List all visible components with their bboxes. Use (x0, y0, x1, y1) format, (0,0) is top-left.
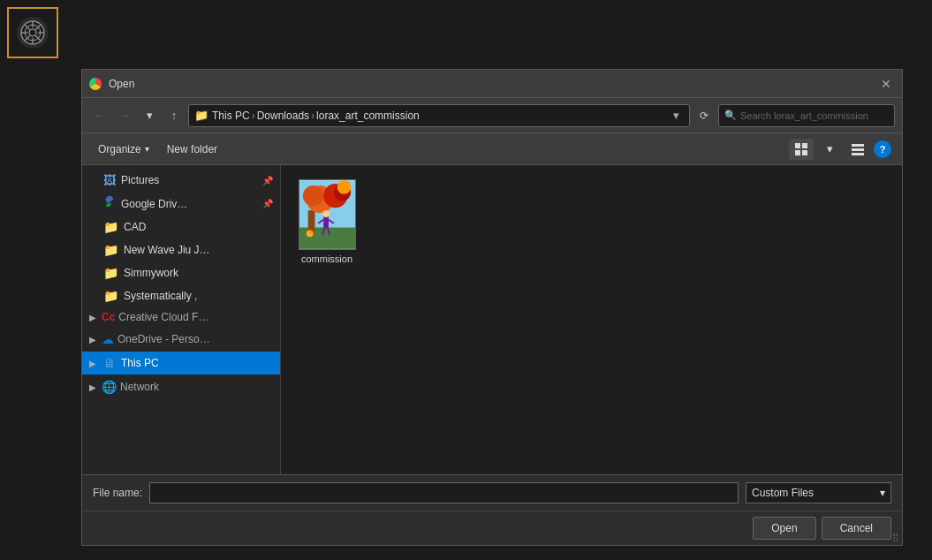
cancel-button[interactable]: Cancel (822, 517, 891, 540)
sidebar-item-pictures[interactable]: 🖼 Pictures 📌 (82, 169, 280, 192)
pin-icon-gdrive: 📌 (262, 199, 273, 208)
svg-rect-14 (802, 150, 807, 155)
help-button[interactable]: ? (874, 140, 891, 158)
cc-icon: Cc (102, 311, 115, 323)
section-network: ▶ 🌐 Network (82, 376, 280, 397)
sidebar-item-google-drive[interactable]: Google Driv… 📌 (82, 192, 280, 216)
file-area: commission (281, 165, 902, 474)
address-box[interactable]: 📁 This PC › Downloads › lorax_art_commis… (188, 104, 690, 127)
sidebar-header-onedrive[interactable]: ▶ ☁ OneDrive - Perso… (82, 329, 280, 350)
sidebar-label-cad: CAD (124, 221, 146, 233)
forward-button[interactable]: → (114, 105, 135, 126)
folder-icon-simmywork: 📁 (103, 266, 118, 280)
section-this-pc: ▶ 🖥 This PC (82, 352, 280, 375)
search-placeholder: Search lorax_art_commission (740, 110, 868, 121)
search-box[interactable]: 🔍 Search lorax_art_commission (718, 104, 895, 127)
organize-dropdown-icon: ▾ (145, 144, 149, 154)
view-list-icon (851, 142, 865, 156)
sidebar: 🖼 Pictures 📌 Google Driv… 📌 📁 CAD (82, 165, 281, 474)
expand-arrow-onedrive: ▶ (89, 335, 96, 344)
file-grid: commission (292, 176, 891, 268)
sidebar-label-systematically: Systematically , (124, 290, 197, 302)
content-area: 🖼 Pictures 📌 Google Driv… 📌 📁 CAD (82, 165, 902, 474)
close-button[interactable]: ✕ (877, 75, 895, 93)
chrome-icon (89, 78, 102, 90)
svg-rect-17 (852, 153, 864, 155)
sidebar-label-gdrive: Google Driv… (121, 198, 187, 210)
expand-arrow-cc: ▶ (89, 313, 96, 322)
svg-rect-26 (323, 216, 329, 229)
action-row: Open Cancel (82, 511, 902, 545)
up-button[interactable]: ↑ (163, 105, 185, 126)
sidebar-label-onedrive: OneDrive - Perso… (117, 333, 210, 345)
sidebar-label-network: Network (120, 381, 159, 393)
file-item-commission[interactable]: commission (292, 176, 362, 268)
expand-arrow-network: ▶ (89, 382, 96, 392)
svg-point-27 (322, 210, 330, 217)
sidebar-label-simmywork: Simmywork (124, 267, 178, 279)
refresh-button[interactable]: ⟳ (693, 105, 715, 126)
expand-arrow-this-pc: ▶ (89, 359, 96, 368)
section-creative-cloud: ▶ Cc Creative Cloud F… (82, 307, 280, 327)
toolbar-row: Organize ▾ New folder ▾ (82, 133, 902, 165)
folder-icon: 📁 (194, 109, 208, 122)
filetype-dropdown[interactable]: Custom Files ▾ (746, 482, 891, 503)
sidebar-label-this-pc: This PC (121, 357, 159, 369)
svg-rect-11 (795, 143, 800, 148)
svg-rect-16 (852, 148, 864, 151)
view-icon-button[interactable] (789, 139, 814, 160)
resize-handle[interactable]: ⣿ (892, 533, 898, 541)
svg-point-33 (309, 230, 313, 233)
svg-rect-13 (795, 150, 800, 155)
back-button[interactable]: ← (89, 105, 110, 126)
view-toggle-button[interactable] (845, 139, 870, 160)
breadcrumb-lorax[interactable]: lorax_art_commission (316, 110, 420, 122)
sidebar-label-pictures: Pictures (121, 174, 159, 186)
network-icon: 🌐 (102, 380, 117, 394)
open-dialog: Open ✕ ← → ▾ ↑ 📁 This PC › Downloads › l… (81, 69, 903, 546)
breadcrumb-downloads[interactable]: Downloads (257, 110, 309, 122)
sidebar-header-this-pc[interactable]: ▶ 🖥 This PC (82, 352, 280, 375)
breadcrumb-dropdown[interactable]: ▾ (668, 104, 684, 127)
svg-rect-20 (307, 210, 314, 231)
folder-icon-new-wave: 📁 (103, 243, 118, 257)
sidebar-item-simmywork[interactable]: 📁 Simmywork (82, 261, 280, 284)
app-icon-wrapper (7, 7, 58, 58)
address-bar-row: ← → ▾ ↑ 📁 This PC › Downloads › lorax_ar… (82, 98, 902, 133)
organize-button[interactable]: Organize ▾ (93, 139, 155, 160)
folder-icon-systematically: 📁 (103, 289, 118, 303)
file-name-commission: commission (301, 254, 352, 264)
sidebar-header-cc[interactable]: ▶ Cc Creative Cloud F… (82, 307, 280, 327)
sidebar-item-systematically[interactable]: 📁 Systematically , (82, 284, 280, 307)
new-folder-label: New folder (167, 143, 217, 155)
open-button[interactable]: Open (753, 517, 815, 540)
filetype-label: Custom Files (752, 487, 814, 499)
new-folder-button[interactable]: New folder (162, 139, 223, 160)
sidebar-label-new-wave: New Wave Jiu J… (124, 244, 210, 256)
filetype-dropdown-icon: ▾ (880, 487, 885, 499)
recent-button[interactable]: ▾ (139, 105, 160, 126)
filename-input[interactable] (149, 482, 739, 503)
toolbar-right: ▾ ? (789, 139, 891, 160)
svg-rect-15 (852, 144, 864, 147)
pc-icon: 🖥 (103, 356, 116, 370)
aperture-icon (19, 19, 46, 46)
dialog-title: Open (109, 78, 877, 90)
sidebar-header-network[interactable]: ▶ 🌐 Network (82, 376, 280, 397)
svg-rect-12 (802, 143, 807, 148)
sidebar-item-new-wave[interactable]: 📁 New Wave Jiu J… (82, 238, 280, 261)
breadcrumb-this-pc[interactable]: This PC (212, 110, 250, 122)
view-tiles-icon (794, 142, 808, 156)
svg-point-22 (302, 185, 322, 206)
svg-point-25 (337, 180, 351, 194)
sidebar-item-cad[interactable]: 📁 CAD (82, 216, 280, 238)
organize-label: Organize (98, 143, 141, 155)
view-dropdown-button[interactable]: ▾ (817, 139, 842, 160)
pin-icon-pictures: 📌 (262, 176, 273, 185)
file-thumbnail-commission (299, 179, 356, 250)
filename-label: File name: (93, 487, 142, 499)
bottom-bar: File name: Custom Files ▾ (82, 474, 902, 511)
svg-point-2 (29, 29, 36, 36)
onedrive-icon: ☁ (102, 332, 114, 346)
section-onedrive: ▶ ☁ OneDrive - Perso… (82, 329, 280, 350)
